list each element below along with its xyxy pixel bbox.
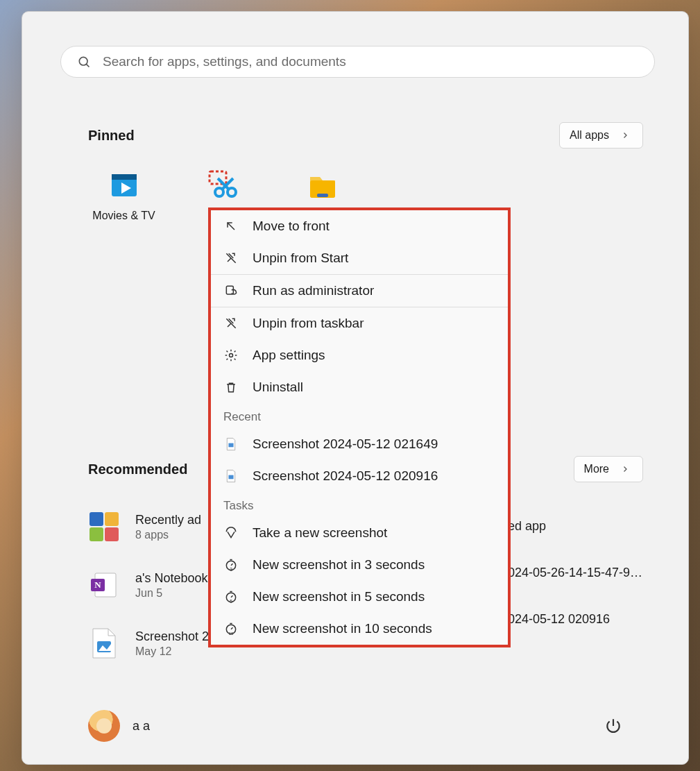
rec-fragment: ed app	[508, 519, 695, 534]
arrow-nw-icon	[223, 219, 239, 234]
unpin-icon	[223, 316, 239, 331]
rec-sub: 8 apps	[135, 529, 201, 541]
ctx-label: Screenshot 2024-05-12 021649	[253, 437, 438, 452]
ctx-label: Uninstall	[253, 380, 303, 395]
unpin-icon	[223, 251, 239, 266]
context-menu: Move to front Unpin from Start Run as ad…	[208, 207, 511, 647]
timer-5-icon: 5	[223, 589, 239, 604]
chevron-right-icon	[617, 128, 633, 143]
ctx-recent-item[interactable]: Screenshot 2024-05-12 020916	[211, 460, 508, 492]
ctx-section-recent: Recent	[211, 403, 508, 428]
rec-fragment: 024-05-26-14-15-47-9…	[508, 566, 695, 580]
gear-icon	[223, 348, 239, 363]
onenote-icon: N	[88, 569, 120, 601]
search-input[interactable]	[103, 54, 639, 69]
rec-title: a's Notebook	[135, 571, 208, 586]
ctx-label: Unpin from Start	[253, 251, 348, 266]
svg-rect-13	[105, 512, 119, 526]
ctx-label: Take a new screenshot	[253, 525, 387, 541]
image-file-icon	[223, 437, 239, 452]
rec-sub: Jun 5	[135, 587, 208, 600]
rec-sub: May 12	[135, 645, 209, 658]
svg-line-37	[231, 627, 233, 629]
svg-point-0	[79, 57, 87, 65]
chevron-right-icon	[617, 461, 633, 477]
ctx-recent-item[interactable]: Screenshot 2024-05-12 021649	[211, 428, 508, 460]
ctx-move-to-front[interactable]: Move to front	[211, 210, 508, 242]
username: a a	[133, 719, 150, 734]
svg-text:10: 10	[229, 632, 234, 636]
ctx-task-screenshot-10s[interactable]: 10 New screenshot in 10 seconds	[211, 613, 508, 645]
recommended-heading: Recommended	[88, 461, 187, 477]
search-bar[interactable]	[60, 46, 655, 78]
ctx-label: New screenshot in 3 seconds	[253, 557, 425, 573]
svg-rect-26	[228, 443, 233, 448]
rec-title: Recently ad	[135, 513, 201, 527]
svg-text:N: N	[94, 579, 101, 590]
svg-rect-3	[112, 174, 137, 180]
ctx-unpin-start[interactable]: Unpin from Start	[211, 242, 508, 274]
ctx-label: Move to front	[253, 219, 330, 234]
all-apps-label: All apps	[570, 129, 609, 142]
ctx-label: Screenshot 2024-05-12 020916	[253, 468, 438, 484]
svg-point-25	[230, 354, 233, 357]
svg-rect-15	[105, 527, 119, 541]
rec-fragment: 024-05-12 020916	[508, 612, 695, 627]
rec-title: Screenshot 2	[135, 629, 209, 644]
more-label: More	[584, 463, 609, 475]
ctx-run-admin[interactable]: Run as administrator	[211, 275, 508, 307]
ctx-label: New screenshot in 5 seconds	[253, 589, 425, 604]
avatar	[88, 710, 120, 742]
ctx-task-new-screenshot[interactable]: Take a new screenshot	[211, 517, 508, 549]
power-button[interactable]	[604, 717, 622, 735]
svg-line-33	[231, 595, 233, 598]
tile-label: Movies & TV	[92, 210, 155, 222]
svg-rect-14	[89, 527, 103, 541]
pinned-heading: Pinned	[88, 128, 135, 144]
image-file-icon	[223, 468, 239, 484]
ctx-task-screenshot-5s[interactable]: 5 New screenshot in 5 seconds	[211, 581, 508, 613]
timer-3-icon: 3	[223, 557, 239, 573]
svg-line-29	[231, 564, 233, 566]
ctx-app-settings[interactable]: App settings	[211, 339, 508, 371]
snip-icon	[223, 525, 239, 541]
svg-rect-12	[89, 512, 103, 526]
ctx-label: App settings	[253, 348, 325, 363]
search-icon	[76, 54, 92, 69]
ctx-label: Run as administrator	[253, 283, 374, 298]
svg-rect-11	[317, 194, 328, 197]
image-file-icon	[88, 627, 120, 659]
timer-10-icon: 10	[223, 621, 239, 636]
trash-icon	[223, 380, 239, 395]
svg-text:5: 5	[230, 599, 232, 604]
ctx-section-tasks: Tasks	[211, 492, 508, 517]
svg-line-21	[228, 223, 234, 230]
app-group-icon	[88, 511, 120, 543]
svg-line-1	[86, 64, 89, 67]
ctx-task-screenshot-3s[interactable]: 3 New screenshot in 3 seconds	[211, 549, 508, 581]
ctx-unpin-taskbar[interactable]: Unpin from taskbar	[211, 307, 508, 339]
more-button[interactable]: More	[574, 456, 643, 482]
recommended-right-fragments: ed app 024-05-26-14-15-47-9… 024-05-12 0…	[508, 519, 695, 627]
shield-icon	[223, 283, 239, 298]
movies-tv-icon	[107, 168, 142, 203]
user-button[interactable]: a a	[88, 710, 150, 742]
ctx-label: New screenshot in 10 seconds	[253, 621, 432, 636]
snipping-tool-icon	[206, 168, 241, 203]
svg-rect-5	[210, 171, 226, 184]
svg-text:3: 3	[230, 567, 232, 572]
all-apps-button[interactable]: All apps	[559, 122, 643, 149]
file-explorer-icon	[305, 168, 340, 203]
svg-rect-27	[228, 475, 233, 480]
bottom-bar: a a	[88, 710, 622, 742]
pinned-tile-movies-tv[interactable]: Movies & TV	[74, 168, 173, 222]
ctx-uninstall[interactable]: Uninstall	[211, 371, 508, 403]
ctx-label: Unpin from taskbar	[253, 316, 364, 331]
